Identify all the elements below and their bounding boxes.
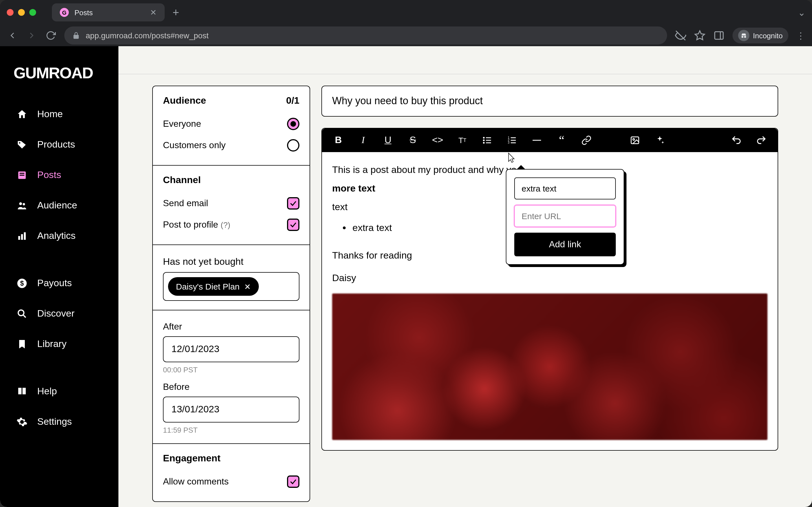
quote-button[interactable]: “: [555, 134, 568, 147]
sidebar-item-label: Posts: [37, 170, 61, 181]
incognito-label: Incognito: [753, 31, 783, 40]
tab-title: Posts: [74, 8, 93, 17]
sidebar-item-label: Audience: [37, 200, 77, 211]
add-link-button[interactable]: Add link: [514, 233, 616, 256]
tab-close-icon[interactable]: ✕: [150, 8, 157, 17]
svg-rect-22: [486, 140, 491, 141]
heading-button[interactable]: TT: [456, 134, 469, 147]
book-icon: [16, 385, 28, 398]
italic-button[interactable]: I: [357, 134, 369, 147]
bold-button[interactable]: B: [332, 134, 345, 147]
code-button[interactable]: <>: [432, 134, 444, 147]
editor-image[interactable]: [332, 294, 767, 440]
window-minimize[interactable]: [18, 9, 25, 16]
sidebar-item-payouts[interactable]: $ Payouts: [0, 268, 118, 298]
window-close[interactable]: [7, 9, 13, 16]
url-bar[interactable]: app.gumroad.com/posts#new_post: [64, 26, 667, 45]
sidebar-item-label: Settings: [37, 416, 72, 428]
svg-rect-13: [21, 234, 23, 240]
sidebar-item-label: Help: [37, 386, 57, 397]
star-icon[interactable]: [694, 30, 705, 41]
sidebar-item-label: Discover: [37, 308, 74, 320]
checkbox-on[interactable]: [287, 219, 299, 231]
nav-back-icon[interactable]: [7, 31, 18, 41]
svg-point-4: [742, 36, 744, 38]
sidebar-item-home[interactable]: Home: [0, 99, 118, 129]
editor-toolbar: B I U S <> TT 123 “: [322, 128, 777, 152]
browser-titlebar: G Posts ✕ + ⌄: [0, 0, 812, 25]
app-logo: Gumroad: [0, 64, 118, 99]
option-label: Allow comments: [163, 476, 229, 487]
editor: B I U S <> TT 123 “: [321, 128, 778, 451]
panel-icon[interactable]: [713, 30, 725, 41]
svg-rect-14: [24, 232, 26, 240]
app-sidebar: Gumroad Home Products Posts Audience Ana…: [0, 46, 118, 507]
window-maximize[interactable]: [29, 9, 36, 16]
incognito-badge[interactable]: Incognito: [732, 27, 788, 43]
svg-rect-12: [18, 236, 20, 240]
checkbox-on[interactable]: [287, 475, 299, 488]
number-list-button[interactable]: 123: [506, 134, 518, 147]
home-icon: [16, 108, 28, 121]
before-date-input[interactable]: [163, 397, 299, 422]
svg-point-17: [18, 310, 24, 316]
svg-point-6: [19, 142, 20, 144]
editor-line: Daisy: [332, 271, 767, 287]
checkbox-on[interactable]: [287, 197, 299, 210]
post-title-input[interactable]: [321, 86, 778, 117]
link-text-input[interactable]: [514, 177, 616, 200]
svg-point-10: [19, 202, 22, 205]
posts-icon: [16, 169, 28, 181]
nav-reload-icon[interactable]: [45, 31, 56, 41]
browser-tab[interactable]: G Posts ✕: [52, 3, 165, 21]
audience-everyone-row[interactable]: Everyone: [163, 113, 299, 135]
option-label: Post to profile (?): [163, 220, 231, 230]
product-chip-container[interactable]: Daisy's Diet Plan ✕: [163, 272, 299, 301]
kebab-icon[interactable]: ⋮: [796, 30, 805, 41]
lock-icon: [72, 32, 80, 40]
section-title: Has not yet bought: [163, 256, 299, 268]
sparkle-button[interactable]: [654, 134, 666, 147]
svg-rect-26: [511, 137, 516, 138]
hr-button[interactable]: [530, 134, 543, 147]
sidebar-item-discover[interactable]: Discover: [0, 298, 118, 329]
eye-off-icon[interactable]: [675, 30, 686, 41]
post-profile-row[interactable]: Post to profile (?): [163, 214, 299, 235]
radio-on[interactable]: [287, 118, 299, 130]
help-icon[interactable]: (?): [221, 220, 231, 229]
chip-remove-icon[interactable]: ✕: [244, 282, 251, 291]
option-label: Customers only: [163, 140, 225, 151]
sidebar-item-label: Analytics: [37, 230, 75, 242]
image-button[interactable]: [629, 134, 641, 147]
section-title: Engagement: [163, 453, 220, 464]
sidebar-item-analytics[interactable]: Analytics: [0, 221, 118, 251]
underline-button[interactable]: U: [382, 134, 394, 147]
after-date-input[interactable]: [163, 336, 299, 362]
svg-text:$: $: [20, 280, 24, 287]
send-email-row[interactable]: Send email: [163, 193, 299, 214]
undo-button[interactable]: [730, 134, 743, 147]
bullet-list-button[interactable]: [481, 134, 493, 147]
link-url-input[interactable]: [514, 205, 616, 227]
channel-section: Channel Send email Post to profile (?): [153, 166, 310, 245]
sidebar-item-posts[interactable]: Posts: [0, 160, 118, 190]
new-tab-button[interactable]: +: [172, 6, 179, 19]
product-chip[interactable]: Daisy's Diet Plan ✕: [168, 277, 259, 296]
sidebar-item-audience[interactable]: Audience: [0, 190, 118, 221]
sidebar-item-library[interactable]: Library: [0, 329, 118, 359]
users-icon: [16, 200, 28, 212]
radio-off[interactable]: [287, 139, 299, 152]
allow-comments-row[interactable]: Allow comments: [163, 471, 299, 492]
audience-customers-row[interactable]: Customers only: [163, 135, 299, 156]
redo-button[interactable]: [755, 134, 767, 147]
strike-button[interactable]: S: [407, 134, 419, 147]
tabs-chevron-icon[interactable]: ⌄: [798, 7, 805, 18]
sidebar-item-settings[interactable]: Settings: [0, 407, 118, 437]
address-bar-row: app.gumroad.com/posts#new_post Incognito…: [0, 25, 812, 46]
option-label: Send email: [163, 198, 208, 209]
incognito-icon: [738, 30, 749, 41]
link-button[interactable]: [580, 134, 593, 147]
sidebar-item-help[interactable]: Help: [0, 376, 118, 407]
svg-line-18: [23, 315, 26, 318]
sidebar-item-products[interactable]: Products: [0, 129, 118, 160]
